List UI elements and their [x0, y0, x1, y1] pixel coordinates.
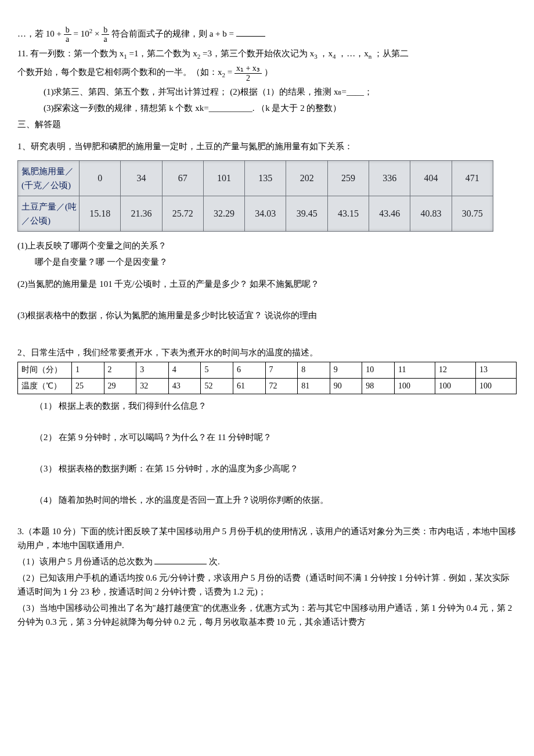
cell: 10	[362, 362, 395, 378]
t: 11. 有一列数：第一个数为 x	[17, 49, 124, 58]
cell: 43.46	[369, 196, 410, 232]
q11-line2: 个数开始，每个数是它相邻两个数和的一半。（如：x2 = x₁ + x₃ 2 ）	[17, 64, 517, 82]
cell: 9	[330, 362, 362, 378]
cell: 7	[265, 362, 298, 378]
p2-s1: （1） 根据上表的数据，我们得到什么信息？	[17, 399, 517, 413]
cell: 72	[265, 378, 298, 394]
cell: 336	[369, 161, 410, 196]
sup2: 2	[89, 27, 93, 34]
p1-q3: (3)根据表格中的数据，你认为氮肥的施用量是多少时比较适宜？ 说说你的理由	[17, 308, 517, 322]
t: =3，第三个数开始依次记为 x	[203, 49, 314, 58]
cell: 2	[104, 362, 136, 378]
p1-q1b: 哪个是自变量？哪 一个是因变量？	[17, 255, 517, 269]
cell: 5	[201, 362, 233, 378]
cell: 0	[80, 161, 121, 196]
section-3-heading: 三、解答题	[17, 117, 517, 131]
q10-frac2: b a	[102, 26, 109, 44]
q10-frac1: b a	[64, 26, 71, 44]
cell: 100	[394, 378, 435, 394]
row1-label: 氮肥施用量／(千克／公顷)	[18, 161, 80, 196]
cell: 471	[452, 161, 493, 196]
q10-pre: …，若	[17, 29, 44, 38]
frac-den: a	[102, 35, 109, 44]
cell: 67	[162, 161, 203, 196]
table-row: 土豆产量／(吨／公顷) 15.18 21.36 25.72 32.29 34.0…	[18, 196, 493, 232]
p3-s1a: （1）该用户 5 月份通话的总次数为	[17, 557, 153, 566]
frac-num: b	[102, 26, 109, 35]
cell: 135	[245, 161, 286, 196]
potato-table: 氮肥施用量／(千克／公顷) 0 34 67 101 135 202 259 33…	[17, 160, 493, 232]
cell: 100	[475, 378, 516, 394]
t: =	[228, 68, 232, 77]
q10-line: …，若 10 + b a = 102 × b a 符合前面式子的规律，则 a +…	[17, 26, 517, 44]
blank	[154, 555, 207, 564]
q10-tail: 符合前面式子的规律，则 a + b =	[111, 29, 234, 38]
cell: 101	[203, 161, 244, 196]
q11-sub2: (3)探索这一列数的规律，猜想第 k 个数 xk=__________. （k …	[17, 101, 517, 115]
q11-sub1: (1)求第三、第四、第五个数，并写出计算过程； (2)根据（1）的结果，推测 x…	[17, 85, 517, 99]
r2-label: 温度（℃）	[18, 378, 72, 394]
t: 个数开始，每个数是它相邻两个数和的一半。（如：x	[17, 68, 222, 77]
cell: 61	[233, 378, 265, 394]
frac-num: x₁ + x₃	[234, 64, 262, 73]
frac-num: b	[64, 26, 71, 35]
cell: 98	[362, 378, 395, 394]
p3-s3: （3）当地中国移动公司推出了名为"越打越便宜"的优惠业务，优惠方式为：若与其它中…	[17, 601, 517, 629]
cell: 32	[136, 378, 169, 394]
cell: 259	[327, 161, 369, 196]
cell: 34	[121, 161, 162, 196]
cell: 3	[136, 362, 169, 378]
p2-title: 2、日常生活中，我们经常要煮开水，下表为煮开水的时间与水的温度的描述。	[17, 345, 517, 359]
p3-s1: （1）该用户 5 月份通话的总次数为 次.	[17, 555, 517, 568]
cell: 43	[168, 378, 201, 394]
p1-q2: (2)当氮肥的施用量是 101 千克/公顷时，土豆的产量是多少？ 如果不施氮肥呢…	[17, 277, 517, 291]
t: ）	[264, 68, 273, 77]
row2-label: 土豆产量／(吨／公顷)	[18, 196, 80, 232]
p3-title: 3.（本题 10 分）下面的统计图反映了某中国移动用户 5 月份手机的使用情况，…	[17, 524, 517, 552]
q10-lhs: 10 +	[46, 29, 62, 38]
cell: 21.36	[121, 196, 162, 232]
p2-s4: （4） 随着加热时间的增长，水的温度是否回一直上升？说明你判断的依据。	[17, 493, 517, 507]
q10-mid: = 10	[73, 29, 89, 38]
t: ；从第二	[374, 49, 409, 58]
cell: 29	[104, 378, 136, 394]
cell: 404	[410, 161, 452, 196]
cell: 39.45	[286, 196, 327, 232]
cell: 25	[72, 378, 104, 394]
cell: 43.15	[327, 196, 369, 232]
p3-s1b: 次.	[209, 557, 220, 566]
cell: 30.75	[452, 196, 493, 232]
frac-den: 2	[234, 74, 262, 82]
cell: 8	[298, 362, 330, 378]
t: =1，第二个数为 x	[129, 49, 197, 58]
cell: 202	[286, 161, 327, 196]
p1-q1a: (1)上表反映了哪两个变量之间的关系？	[17, 239, 517, 253]
q11-line1: 11. 有一列数：第一个数为 x1 =1，第二个数为 x2 =3，第三个数开始依…	[17, 46, 517, 62]
p1-title: 1、研究表明，当钾肥和磷肥的施用量一定时，土豆的产量与氮肥的施用量有如下关系：	[17, 139, 517, 153]
q11-frac: x₁ + x₃ 2	[234, 64, 262, 82]
cell: 4	[168, 362, 201, 378]
cell: 90	[330, 378, 362, 394]
blank	[236, 27, 265, 37]
cell: 100	[435, 378, 475, 394]
table-row: 温度（℃） 25 29 32 43 52 61 72 81 90 98 100 …	[18, 378, 517, 394]
p2-s3: （3） 根据表格的数据判断：在第 15 分钟时，水的温度为多少高呢？	[17, 462, 517, 476]
cell: 40.83	[410, 196, 452, 232]
cell: 52	[201, 378, 233, 394]
cell: 34.03	[245, 196, 286, 232]
frac-den: a	[64, 35, 71, 44]
t: ，…，x	[338, 49, 369, 58]
cell: 81	[298, 378, 330, 394]
t: ，x	[319, 49, 333, 58]
table-row: 氮肥施用量／(千克／公顷) 0 34 67 101 135 202 259 33…	[18, 161, 493, 196]
cell: 13	[475, 362, 516, 378]
cell: 1	[72, 362, 104, 378]
table-row: 时间（分） 1 2 3 4 5 6 7 8 9 10 11 12 13	[18, 362, 517, 378]
r1-label: 时间（分）	[18, 362, 72, 378]
cell: 12	[435, 362, 475, 378]
water-table: 时间（分） 1 2 3 4 5 6 7 8 9 10 11 12 13 温度（℃…	[17, 362, 517, 394]
cell: 15.18	[80, 196, 121, 232]
cell: 32.29	[203, 196, 244, 232]
q10-times: ×	[95, 29, 99, 38]
p2-s2: （2） 在第 9 分钟时，水可以喝吗？为什么？在 11 分钟时呢？	[17, 430, 517, 444]
